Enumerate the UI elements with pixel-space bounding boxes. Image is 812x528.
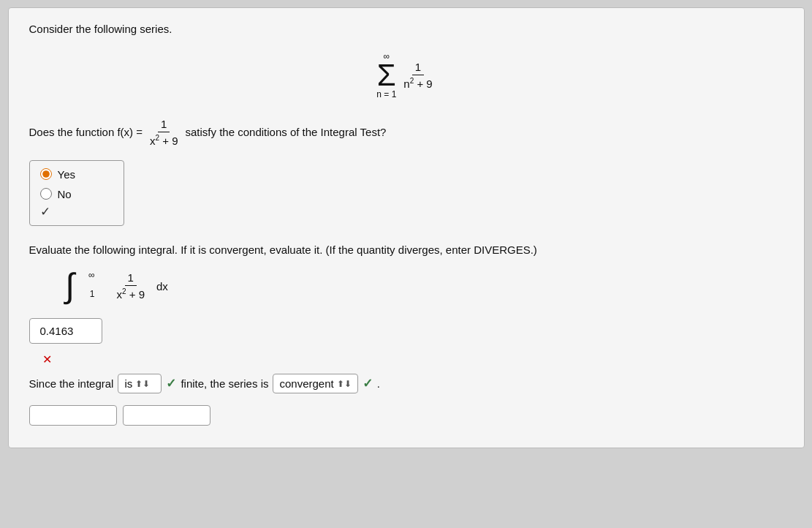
radio-no-input[interactable]	[40, 188, 52, 200]
since-middle: finite, the series is	[181, 377, 268, 390]
dropdown-is-arrows: ⬆⬇	[135, 379, 150, 389]
section-title: Consider the following series.	[29, 23, 783, 35]
integral-fraction: 1 x2 + 9	[114, 271, 148, 301]
radio-options-box: Yes No ✓	[29, 160, 124, 226]
series-block: ∞ Σ n = 1 1 n2 + 9	[29, 48, 783, 100]
sigma-lower: n = 1	[376, 89, 396, 99]
main-container: Consider the following series. ∞ Σ n = 1…	[8, 7, 805, 448]
radio-yes-option[interactable]: Yes	[40, 168, 113, 181]
dropdown-convergent-value: convergent	[279, 377, 333, 390]
answer-area: 0.4163	[29, 318, 783, 348]
radio-no-option[interactable]: No	[40, 188, 113, 200]
radio-yes-input[interactable]	[40, 168, 52, 180]
integral-lower: 1	[90, 289, 95, 299]
radio-yes-label: Yes	[58, 168, 75, 181]
question-line: Does the function f(x) = 1 x2 + 9 satisf…	[29, 118, 783, 147]
radio-check-mark: ✓	[40, 204, 50, 219]
integral-upper: ∞	[88, 270, 95, 280]
bottom-inputs	[29, 405, 783, 426]
dropdown-is[interactable]: is ⬆⬇	[118, 374, 162, 393]
series-fraction: 1 n2 + 9	[401, 61, 435, 90]
integral-symbol: ∫	[66, 266, 75, 304]
question-text-before: Does the function f(x) =	[29, 126, 143, 138]
x-mark-icon: ✕	[42, 352, 52, 366]
q-fraction-den: x2 + 9	[147, 132, 181, 147]
bottom-input-1[interactable]	[29, 405, 117, 426]
check-mark-2: ✓	[363, 376, 373, 391]
x-mark-area: ✕	[39, 352, 783, 366]
integral-num: 1	[125, 271, 137, 286]
question-fraction: 1 x2 + 9	[147, 118, 181, 147]
evaluate-text: Evaluate the following integral. If it i…	[29, 242, 783, 259]
series-denominator: n2 + 9	[401, 75, 435, 90]
since-prefix: Since the integral	[29, 377, 114, 390]
integral-expression: ∫ ∞ 1 1 x2 + 9 dx	[66, 271, 168, 301]
dropdown-is-value: is	[124, 377, 132, 390]
since-line: Since the integral is ⬆⬇ ✓ finite, the s…	[29, 374, 783, 393]
integral-den: x2 + 9	[114, 286, 148, 301]
dropdown-convergent-arrows: ⬆⬇	[337, 379, 352, 389]
series-expression: ∞ Σ n = 1 1 n2 + 9	[376, 51, 435, 100]
bottom-input-2[interactable]	[123, 405, 210, 426]
integral-symbol-wrap: ∫ ∞ 1	[66, 271, 89, 301]
integral-dx: dx	[156, 280, 168, 293]
dropdown-convergent[interactable]: convergent ⬆⬇	[273, 374, 357, 393]
question-text-after: satisfy the conditions of the Integral T…	[186, 126, 387, 138]
answer-box[interactable]: 0.4163	[29, 318, 102, 344]
series-numerator: 1	[412, 61, 424, 75]
sigma-with-limits: ∞ Σ n = 1	[376, 51, 396, 100]
sigma-symbol: Σ	[377, 61, 396, 89]
since-suffix: .	[377, 377, 380, 390]
check-mark-1: ✓	[166, 376, 176, 391]
q-fraction-num: 1	[158, 118, 170, 132]
radio-no-label: No	[58, 188, 72, 200]
integral-block: ∫ ∞ 1 1 x2 + 9 dx	[66, 271, 783, 301]
